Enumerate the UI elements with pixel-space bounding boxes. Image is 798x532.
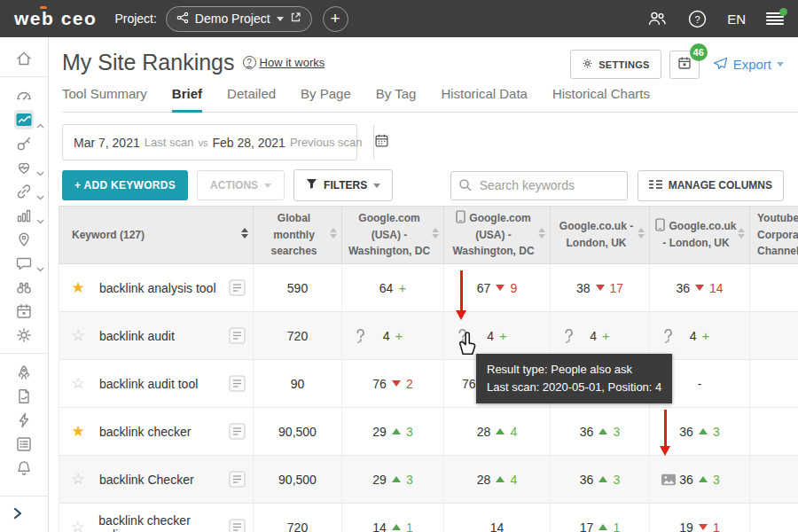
keyword-note-icon[interactable] bbox=[229, 471, 246, 488]
add-to-watch-icon[interactable]: + bbox=[499, 328, 507, 343]
star-outline-icon[interactable]: ☆ bbox=[67, 326, 89, 345]
scan-count-badge: 46 bbox=[690, 43, 708, 61]
position-value: 64 bbox=[379, 281, 394, 295]
sidebar-item-home[interactable] bbox=[0, 46, 49, 70]
sort-icon[interactable] bbox=[738, 228, 745, 239]
sort-icon[interactable] bbox=[638, 228, 645, 239]
rank-cell: 3817 bbox=[551, 264, 650, 311]
column-header[interactable]: Google.com (USA) - Washington, DC bbox=[342, 207, 444, 263]
rank-up-icon bbox=[699, 428, 708, 434]
keyword-note-icon[interactable] bbox=[229, 375, 246, 392]
add-keywords-button[interactable]: + ADD KEYWORDS bbox=[62, 170, 188, 200]
project-selector[interactable]: Demo Project bbox=[166, 6, 312, 32]
keyword-note-icon[interactable] bbox=[229, 519, 246, 532]
webceo-logo[interactable]: web ceo bbox=[14, 8, 97, 29]
column-header[interactable]: Google.co.uk - London, UK bbox=[650, 207, 750, 263]
rank-cell: 64+ bbox=[342, 264, 444, 311]
link-icon bbox=[14, 182, 34, 201]
table-row: ☆backlink audit tool90762761- bbox=[59, 360, 798, 408]
sidebar-item-social[interactable] bbox=[0, 251, 49, 275]
sidebar-expand-button[interactable] bbox=[0, 496, 48, 523]
add-to-watch-icon[interactable]: + bbox=[395, 328, 403, 343]
help-icon[interactable]: ? bbox=[688, 10, 707, 28]
column-header[interactable]: Keyword (127) bbox=[59, 207, 254, 263]
sidebar-item-tasks[interactable] bbox=[0, 432, 49, 456]
sidebar-item-traffic[interactable] bbox=[0, 203, 49, 227]
sidebar-item-reports[interactable] bbox=[0, 384, 49, 408]
star-outline-icon[interactable]: ☆ bbox=[67, 470, 89, 489]
tab-historical-data[interactable]: Historical Data bbox=[441, 86, 528, 112]
how-it-works-link[interactable]: ? How it works bbox=[243, 56, 325, 69]
add-project-button[interactable]: + bbox=[323, 6, 348, 32]
star-outline-icon[interactable]: ☆ bbox=[67, 518, 88, 532]
star-filled-icon[interactable]: ★ bbox=[67, 422, 89, 441]
sort-icon[interactable] bbox=[241, 228, 248, 239]
tab-detailed[interactable]: Detailed bbox=[227, 86, 276, 112]
people-also-ask-icon[interactable] bbox=[354, 328, 367, 344]
tab-historical-charts[interactable]: Historical Charts bbox=[552, 86, 650, 112]
keyword-text[interactable]: backlink audit bbox=[99, 329, 175, 343]
column-header[interactable]: Global monthly searches bbox=[254, 207, 342, 263]
keyword-text[interactable]: backlink analysis tool bbox=[99, 281, 216, 295]
rank-down-icon bbox=[392, 380, 401, 387]
keyword-text[interactable]: backlink checker bbox=[99, 425, 192, 439]
tab-tool-summary[interactable]: Tool Summary bbox=[62, 86, 147, 112]
add-to-watch-icon[interactable]: + bbox=[602, 328, 610, 343]
tab-by-tag[interactable]: By Tag bbox=[376, 86, 417, 112]
export-button[interactable]: Export bbox=[713, 57, 784, 73]
date-picker-button[interactable] bbox=[373, 125, 389, 160]
filters-button[interactable]: FILTERS bbox=[293, 169, 393, 201]
column-header[interactable]: Google.com (USA) - Washington, DC bbox=[444, 207, 551, 263]
add-to-watch-icon[interactable]: + bbox=[702, 328, 710, 343]
keyword-note-icon[interactable] bbox=[229, 423, 246, 440]
sidebar-item-competitors[interactable] bbox=[0, 275, 49, 299]
sidebar-item-settings[interactable] bbox=[0, 323, 49, 347]
language-selector[interactable]: EN bbox=[727, 12, 746, 27]
keyword-text[interactable]: backlink Checker bbox=[99, 473, 194, 487]
open-project-icon[interactable] bbox=[290, 12, 301, 26]
sidebar-item-dashboard[interactable] bbox=[0, 83, 49, 107]
column-header[interactable]: Youtube Corporate Channel bbox=[750, 207, 798, 263]
scan-date-selector[interactable]: Mar 7, 2021 Last scan vs Feb 28, 2021 Pr… bbox=[62, 124, 357, 160]
sort-icon[interactable] bbox=[538, 228, 545, 239]
sidebar-item-rankings[interactable] bbox=[0, 107, 49, 131]
sidebar-item-planner[interactable] bbox=[0, 299, 49, 323]
position-value: 4 bbox=[383, 329, 390, 343]
keyword-text[interactable]: backlink checker online bbox=[98, 513, 223, 532]
sort-icon[interactable] bbox=[432, 228, 439, 239]
gear-icon bbox=[14, 325, 34, 345]
settings-button[interactable]: SETTINGS bbox=[570, 50, 661, 79]
keyword-text[interactable]: backlink audit tool bbox=[99, 377, 198, 391]
main-content: My Site Rankings ? How it works SETTINGS… bbox=[49, 37, 798, 532]
keyword-note-icon[interactable] bbox=[229, 327, 246, 344]
key-icon bbox=[14, 134, 34, 153]
monthly-searches-cell: 720 bbox=[254, 504, 342, 532]
add-to-watch-icon[interactable]: + bbox=[398, 280, 406, 295]
sidebar-item-alerts[interactable] bbox=[0, 456, 49, 480]
sort-icon[interactable] bbox=[330, 228, 337, 239]
column-header[interactable]: Google.co.uk - London, UK bbox=[551, 207, 650, 263]
people-also-ask-icon[interactable] bbox=[661, 328, 675, 344]
keyword-note-icon[interactable] bbox=[229, 279, 246, 296]
sidebar-item-launch[interactable] bbox=[0, 360, 49, 384]
rank-up-icon bbox=[392, 428, 401, 434]
star-outline-icon[interactable]: ☆ bbox=[67, 374, 89, 393]
people-also-ask-icon[interactable] bbox=[562, 328, 575, 344]
rank-cell bbox=[750, 456, 798, 503]
star-filled-icon[interactable]: ★ bbox=[67, 278, 89, 297]
rank-up-icon bbox=[598, 428, 607, 434]
sidebar-item-quick-audit[interactable] bbox=[0, 408, 49, 432]
tab-brief[interactable]: Brief bbox=[172, 86, 202, 112]
users-icon[interactable] bbox=[646, 11, 668, 27]
image-result-icon[interactable] bbox=[661, 473, 676, 485]
scan-calendar-button[interactable]: 46 bbox=[669, 51, 700, 79]
calendar-icon bbox=[14, 301, 34, 321]
sidebar-item-local[interactable] bbox=[0, 227, 49, 251]
search-input[interactable] bbox=[450, 171, 628, 200]
menu-icon[interactable] bbox=[766, 12, 784, 25]
sidebar-item-keywords[interactable] bbox=[0, 131, 49, 155]
sidebar-item-site-audit[interactable] bbox=[0, 155, 49, 179]
sidebar-item-backlinks[interactable] bbox=[0, 179, 49, 203]
manage-columns-button[interactable]: MANAGE COLUMNS bbox=[638, 170, 784, 201]
tab-by-page[interactable]: By Page bbox=[301, 86, 351, 112]
